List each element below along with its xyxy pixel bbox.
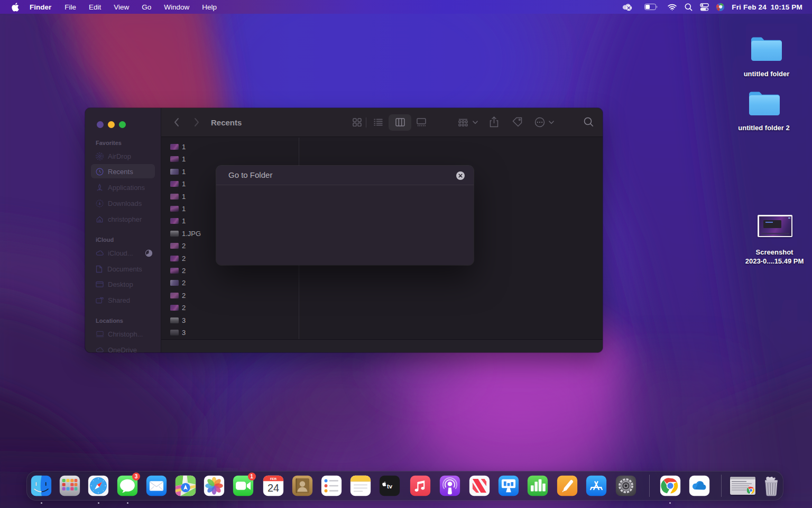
- svg-text:FEB: FEB: [270, 477, 277, 480]
- svg-text:tv: tv: [387, 483, 393, 489]
- svg-text:24: 24: [267, 482, 279, 494]
